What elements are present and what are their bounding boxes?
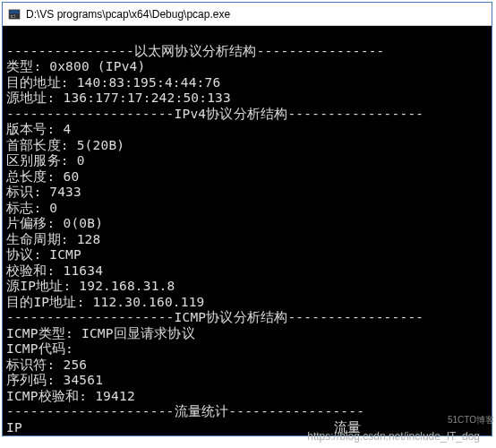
svg-text:c:\: c:\ <box>11 13 16 18</box>
side-label: 51CTO博客 <box>448 414 494 426</box>
traffic-divider: ---------------------流量统计---------------… <box>6 404 364 418</box>
ipv4-line: 总长度: 60 <box>6 169 79 184</box>
icmp-line: ICMP代码: <box>6 341 73 356</box>
ethernet-line: 源地址: 136:177:17:242:50:133 <box>6 90 231 105</box>
ipv4-line: 目的IP地址: 112.30.160.119 <box>6 295 205 309</box>
ipv4-line: 源IP地址: 192.168.31.8 <box>6 279 175 293</box>
icmp-line: 标识符: 256 <box>6 358 87 372</box>
ethernet-divider: ----------------以太网协议分析结构---------------… <box>6 44 385 58</box>
ipv4-line: 片偏移: 0(0B) <box>6 216 103 230</box>
ethernet-line: 类型: 0x800 (IPv4) <box>6 59 145 73</box>
console-output[interactable]: ----------------以太网协议分析结构---------------… <box>3 26 492 435</box>
ipv4-line: 标识: 7433 <box>6 185 81 199</box>
ipv4-line: 校验和: 11634 <box>6 263 103 278</box>
watermark: https://blog.csdn.net/include_IT_dog <box>307 430 480 443</box>
icmp-line: 序列码: 34561 <box>6 373 103 387</box>
ethernet-line: 目的地址: 140:83:195:4:44:76 <box>6 75 220 90</box>
window-title: D:\VS programs\pcap\x64\Debug\pcap.exe <box>26 8 230 21</box>
ipv4-line: 首部长度: 5(20B) <box>6 138 124 152</box>
ipv4-line: 生命周期: 128 <box>6 232 100 246</box>
icmp-line: ICMP类型: ICMP回显请求协议 <box>6 326 195 340</box>
icmp-divider: ---------------------ICMP协议分析结构---------… <box>6 310 423 324</box>
ipv4-line: 版本号: 4 <box>6 122 71 136</box>
titlebar[interactable]: c:\ D:\VS programs\pcap\x64\Debug\pcap.e… <box>3 3 492 26</box>
app-icon: c:\ <box>8 8 21 21</box>
ipv4-line: 协议: ICMP <box>6 247 81 262</box>
ipv4-line: 标志: 0 <box>6 201 57 215</box>
ipv4-divider: ---------------------IPv4协议分析结构---------… <box>6 107 423 121</box>
icmp-line: ICMP校验和: 19412 <box>6 389 135 403</box>
ipv4-line: 区别服务: 0 <box>6 153 85 168</box>
console-window: c:\ D:\VS programs\pcap\x64\Debug\pcap.e… <box>2 2 492 436</box>
